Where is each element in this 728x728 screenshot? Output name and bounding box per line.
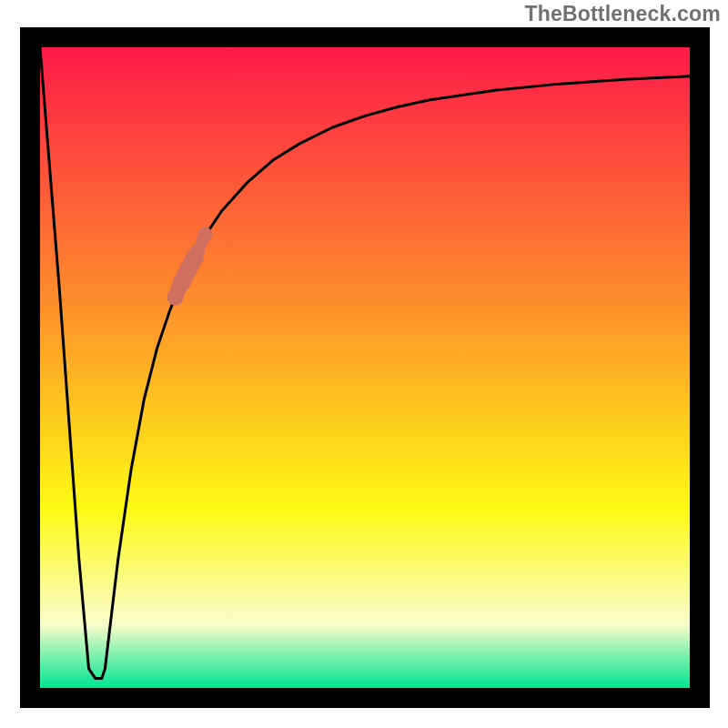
highlight-dot bbox=[197, 228, 212, 242]
chart-svg bbox=[20, 27, 710, 708]
border-left bbox=[20, 27, 40, 708]
border-top bbox=[20, 27, 710, 47]
plot-area bbox=[20, 27, 710, 708]
gradient-background bbox=[40, 47, 690, 688]
watermark-text: TheBottleneck.com bbox=[524, 2, 721, 26]
chart-frame: TheBottleneck.com bbox=[0, 0, 728, 728]
border-bottom bbox=[20, 688, 710, 708]
border-right bbox=[690, 27, 710, 708]
